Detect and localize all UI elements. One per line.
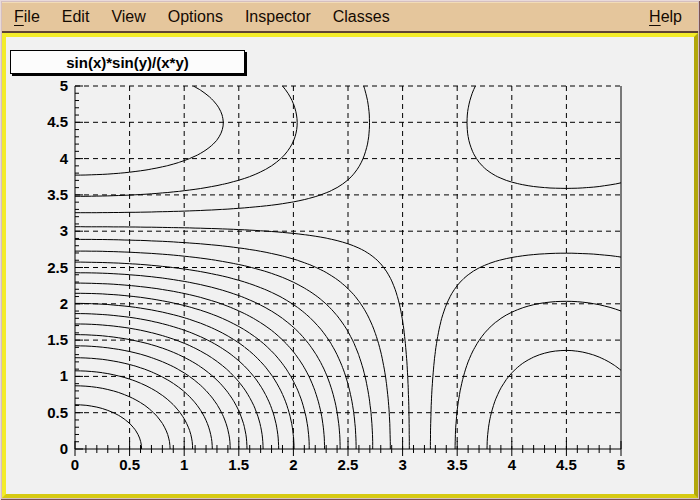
svg-text:2.5: 2.5 (47, 259, 68, 276)
svg-text:3: 3 (60, 222, 68, 239)
svg-text:0.5: 0.5 (119, 456, 140, 473)
menu-view[interactable]: View (100, 2, 156, 31)
svg-text:4: 4 (60, 150, 69, 167)
menu-options[interactable]: Options (157, 2, 234, 31)
svg-text:1.5: 1.5 (47, 331, 68, 348)
menu-file[interactable]: File (2, 2, 51, 31)
svg-text:2: 2 (60, 295, 68, 312)
svg-text:1: 1 (180, 456, 188, 473)
menu-help[interactable]: Help (638, 2, 698, 31)
svg-text:4: 4 (508, 456, 517, 473)
plot-title: sin(x)*sin(y)/(x*y) (66, 54, 189, 71)
svg-text:5: 5 (60, 77, 68, 94)
svg-text:3: 3 (398, 456, 406, 473)
contour-plot[interactable]: 00.511.522.533.544.5500.511.522.533.544.… (6, 37, 694, 496)
svg-text:0: 0 (71, 456, 79, 473)
svg-text:3.5: 3.5 (447, 456, 468, 473)
svg-text:5: 5 (617, 456, 625, 473)
svg-text:1.5: 1.5 (228, 456, 249, 473)
svg-text:1: 1 (60, 367, 68, 384)
menu-inspector[interactable]: Inspector (234, 2, 322, 31)
plot-title-box[interactable]: sin(x)*sin(y)/(x*y) (10, 50, 245, 74)
svg-text:2.5: 2.5 (338, 456, 359, 473)
root-canvas-window: File Edit View Options Inspector Classes… (0, 0, 700, 500)
svg-text:3.5: 3.5 (47, 186, 68, 203)
svg-text:2: 2 (289, 456, 297, 473)
canvas-highlight-frame: 00.511.522.533.544.5500.511.522.533.544.… (2, 33, 698, 498)
svg-text:4.5: 4.5 (556, 456, 577, 473)
svg-text:0: 0 (60, 440, 68, 457)
menu-edit[interactable]: Edit (51, 2, 101, 31)
menu-bar: File Edit View Options Inspector Classes… (2, 2, 698, 31)
menu-classes[interactable]: Classes (322, 2, 401, 31)
canvas-area[interactable]: 00.511.522.533.544.5500.511.522.533.544.… (6, 37, 694, 494)
svg-text:0.5: 0.5 (47, 404, 68, 421)
svg-text:4.5: 4.5 (47, 113, 68, 130)
